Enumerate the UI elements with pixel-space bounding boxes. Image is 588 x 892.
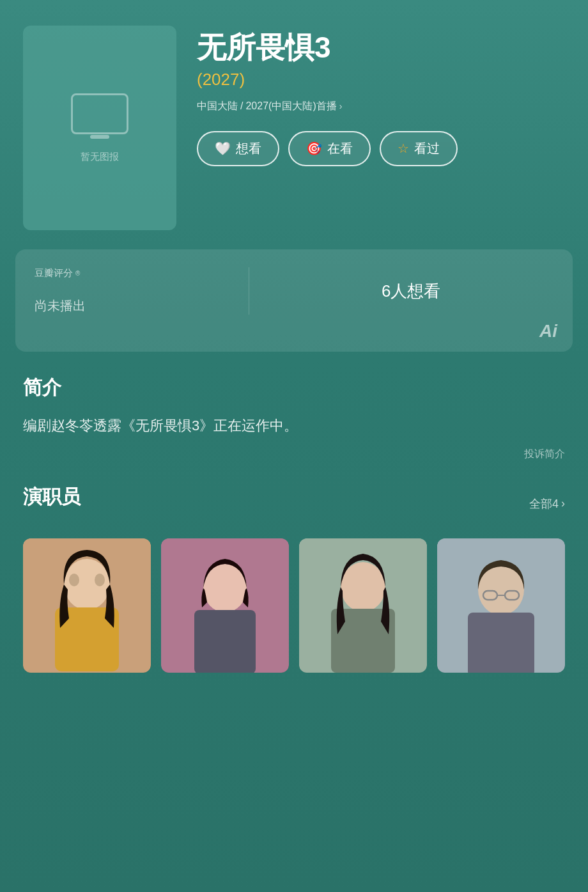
svg-rect-13	[468, 613, 534, 673]
description-section: 简介 编剧赵冬苓透露《无所畏惧3》正在运作中。 投诉简介	[0, 375, 588, 484]
ai-text: Ai	[539, 321, 557, 341]
svg-rect-7	[194, 610, 256, 673]
watched-label: 看过	[414, 140, 440, 157]
title-section: 无所畏惧3 (2027) 中国大陆 / 2027(中国大陆)首播 › 🤍 想看 …	[197, 26, 565, 166]
watching-icon: 🎯	[306, 141, 322, 156]
poster: 暂无图报	[23, 26, 176, 230]
rating-section: 豆瓣评分® 尚未播出 6人想看 Ai	[15, 249, 573, 352]
cast-card-3[interactable]	[299, 538, 427, 673]
want-button[interactable]: 🤍 想看	[197, 131, 279, 166]
want-label: 想看	[236, 140, 261, 157]
cast-card-2[interactable]	[161, 538, 289, 673]
meta-region: 中国大陆	[197, 100, 238, 113]
want-count: 6人想看	[382, 280, 440, 302]
rating-label: 豆瓣评分®	[35, 267, 229, 279]
cast-photo-3	[299, 538, 427, 673]
cast-photo-2	[161, 538, 289, 673]
watched-button[interactable]: ☆ 看过	[380, 131, 458, 166]
cast-grid	[23, 538, 565, 673]
poster-no-img-text: 暂无图报	[81, 151, 119, 163]
cast-photo-1	[23, 538, 151, 673]
meta-arrow[interactable]: ›	[339, 101, 343, 111]
movie-meta: 中国大陆 / 2027(中国大陆)首播 ›	[197, 100, 565, 113]
watching-button[interactable]: 🎯 在看	[288, 131, 371, 166]
svg-point-4	[95, 574, 105, 586]
movie-title: 无所畏惧3	[197, 31, 565, 65]
action-buttons: 🤍 想看 🎯 在看 ☆ 看过	[197, 131, 565, 166]
poster-icon	[71, 93, 128, 134]
cast-title: 演职员	[23, 484, 81, 510]
desc-text: 编剧赵冬苓透露《无所畏惧3》正在运作中。	[23, 414, 565, 437]
not-aired-text: 尚未播出	[35, 297, 229, 315]
svg-point-9	[341, 562, 385, 612]
want-icon: 🤍	[215, 141, 231, 156]
cast-card-1[interactable]	[23, 538, 151, 673]
cast-all-label: 全部4	[529, 496, 559, 512]
header-section: 暂无图报 无所畏惧3 (2027) 中国大陆 / 2027(中国大陆)首播 › …	[0, 0, 588, 249]
cast-header: 演职员 全部4 ›	[23, 484, 565, 523]
rating-right: 6人想看	[249, 267, 573, 315]
complaint-link[interactable]: 投诉简介	[23, 448, 565, 461]
movie-year: (2027)	[197, 70, 565, 90]
svg-point-3	[69, 574, 79, 586]
watched-icon: ☆	[398, 141, 409, 156]
cast-all-link[interactable]: 全部4 ›	[529, 496, 565, 512]
ai-badge: Ai	[539, 321, 557, 341]
cast-photo-4	[437, 538, 565, 673]
cast-section: 演职员 全部4 ›	[0, 484, 588, 696]
desc-title: 简介	[23, 375, 565, 401]
watching-label: 在看	[327, 140, 353, 157]
meta-year-info: 2027(中国大陆)首播	[245, 100, 336, 113]
cast-arrow: ›	[561, 497, 565, 510]
rating-left: 豆瓣评分® 尚未播出	[15, 267, 249, 315]
cast-card-4[interactable]	[437, 538, 565, 673]
